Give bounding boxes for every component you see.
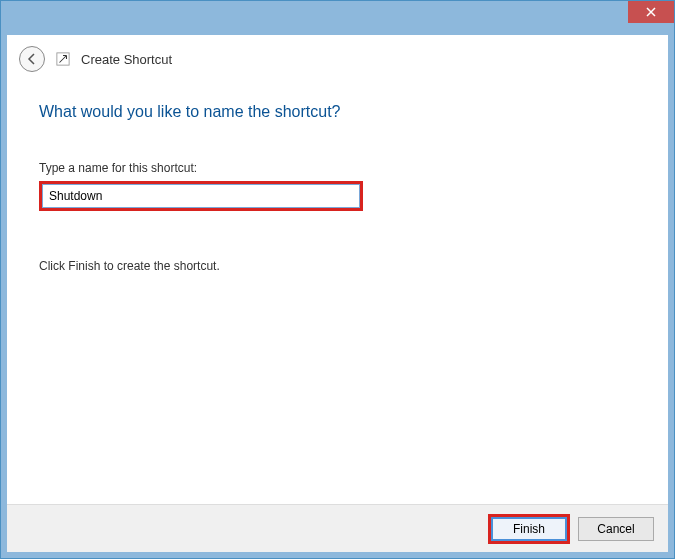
dialog-body: Create Shortcut What would you like to n… [7,35,668,552]
titlebar [628,1,674,29]
back-button[interactable] [19,46,45,72]
shortcut-name-input[interactable] [42,184,360,208]
shortcut-icon [55,51,71,67]
back-arrow-icon [25,52,39,66]
cancel-button[interactable]: Cancel [578,517,654,541]
hint-text: Click Finish to create the shortcut. [39,259,636,273]
finish-button-highlight: Finish [488,514,570,544]
finish-button[interactable]: Finish [491,517,567,541]
close-icon [646,7,656,17]
dialog-title: Create Shortcut [81,52,172,67]
close-button[interactable] [628,1,674,23]
main-heading: What would you like to name the shortcut… [39,103,636,121]
window-frame: Create Shortcut What would you like to n… [0,0,675,559]
content-area: What would you like to name the shortcut… [7,83,668,273]
name-input-highlight [39,181,363,211]
name-field-label: Type a name for this shortcut: [39,161,636,175]
header-row: Create Shortcut [7,35,668,83]
button-row: Finish Cancel [7,504,668,552]
